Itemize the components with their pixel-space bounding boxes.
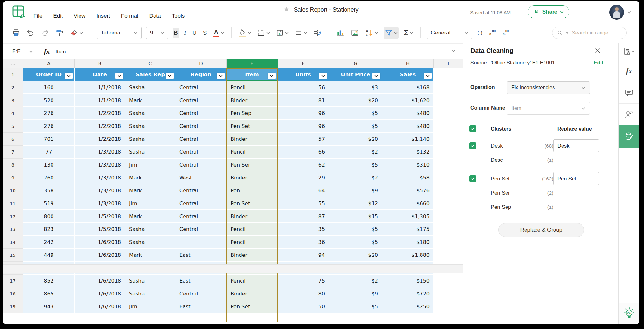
- cell[interactable]: Central: [175, 184, 227, 197]
- cell[interactable]: 66: [278, 146, 329, 159]
- cell[interactable]: $720: [382, 287, 434, 300]
- cell[interactable]: $310: [382, 159, 434, 171]
- cell[interactable]: $480: [382, 107, 434, 120]
- cell[interactable]: $1,620: [382, 94, 434, 107]
- cell[interactable]: $480: [382, 120, 434, 133]
- cell[interactable]: $1,305: [382, 210, 434, 223]
- replace-value-input[interactable]: [553, 139, 599, 152]
- cell[interactable]: [434, 81, 463, 94]
- search-input[interactable]: [571, 30, 621, 36]
- cell[interactable]: [434, 171, 463, 184]
- header-cell-date[interactable]: Date: [75, 68, 125, 81]
- row-header-6[interactable]: 6: [3, 133, 23, 146]
- row-header-12[interactable]: 12: [3, 210, 23, 223]
- comma-format-button[interactable]: (,): [477, 28, 483, 37]
- cell[interactable]: 1/3/2018: [75, 159, 125, 171]
- search-box[interactable]: [552, 27, 627, 39]
- cell[interactable]: 242: [23, 236, 75, 249]
- formula-bar-collapse-icon[interactable]: [451, 49, 456, 52]
- cell[interactable]: $5: [329, 120, 382, 133]
- print-button[interactable]: [11, 27, 21, 39]
- cell[interactable]: $5: [329, 300, 382, 313]
- cell[interactable]: 1/6/2018: [75, 300, 125, 313]
- row-header-4[interactable]: 4: [3, 107, 23, 120]
- cell[interactable]: Pen Ser: [227, 159, 278, 171]
- menu-view[interactable]: View: [74, 13, 86, 19]
- cell[interactable]: 1/3/2018: [75, 197, 125, 210]
- cell[interactable]: Mark: [125, 94, 175, 107]
- cell[interactable]: 276: [23, 107, 75, 120]
- cell[interactable]: Pencil: [227, 223, 278, 236]
- cell[interactable]: $1,140: [382, 133, 434, 146]
- cell[interactable]: 75: [278, 275, 329, 287]
- cell[interactable]: Sasha: [125, 287, 175, 300]
- cell[interactable]: 1/1/2018: [75, 94, 125, 107]
- cell[interactable]: 1/6/2018: [75, 249, 125, 262]
- notes-tab[interactable]: [619, 82, 639, 104]
- cell[interactable]: 1/6/2018: [75, 275, 125, 287]
- column-header-B[interactable]: B: [75, 59, 125, 68]
- cell[interactable]: [434, 159, 463, 171]
- cell[interactable]: Sasha: [125, 120, 175, 133]
- cell[interactable]: $168: [382, 81, 434, 94]
- cell[interactable]: [434, 249, 463, 262]
- fill-color-button[interactable]: [238, 27, 252, 39]
- cell[interactable]: 55: [278, 197, 329, 210]
- cell[interactable]: [434, 223, 463, 236]
- cell[interactable]: 519: [23, 197, 75, 210]
- column-header-C[interactable]: C: [125, 59, 175, 68]
- cell[interactable]: Binder: [227, 287, 278, 300]
- number-format-select[interactable]: General: [427, 27, 472, 39]
- filter-button[interactable]: [384, 27, 399, 39]
- cell[interactable]: Pen Set: [227, 197, 278, 210]
- cell[interactable]: $2: [329, 171, 382, 184]
- cell[interactable]: $2: [329, 146, 382, 159]
- cell[interactable]: Jim: [125, 197, 175, 210]
- cell[interactable]: 1/3/2018: [75, 184, 125, 197]
- cell[interactable]: Central: [175, 159, 227, 171]
- wrap-text-button[interactable]: [312, 27, 323, 39]
- row-header-10[interactable]: 10: [3, 184, 23, 197]
- cell[interactable]: Sasha: [125, 236, 175, 249]
- undo-button[interactable]: [25, 27, 36, 39]
- cell[interactable]: Pencil: [227, 81, 278, 94]
- horizontal-scrollbar[interactable]: [3, 264, 463, 273]
- row-header-5[interactable]: 5: [3, 120, 23, 133]
- cell[interactable]: $660: [382, 197, 434, 210]
- cell[interactable]: 1/6/2018: [75, 287, 125, 300]
- cell[interactable]: 1/1/2018: [75, 81, 125, 94]
- cell[interactable]: 1/2/2018: [75, 133, 125, 146]
- cell[interactable]: 1/5/2018: [75, 223, 125, 236]
- cell[interactable]: Sasha: [125, 133, 175, 146]
- cell[interactable]: $9: [329, 184, 382, 197]
- cell[interactable]: $12: [329, 197, 382, 210]
- redo-button[interactable]: [40, 27, 50, 39]
- cell[interactable]: Mark: [125, 210, 175, 223]
- cell[interactable]: $5: [329, 107, 382, 120]
- menu-insert[interactable]: Insert: [96, 13, 110, 19]
- row-header-14[interactable]: 14: [3, 236, 23, 249]
- cell[interactable]: Pen: [227, 184, 278, 197]
- cell[interactable]: [434, 236, 463, 249]
- header-cell-item[interactable]: Item: [227, 68, 278, 81]
- cell[interactable]: Binder: [227, 210, 278, 223]
- cell[interactable]: Central: [175, 133, 227, 146]
- column-name-select[interactable]: Item: [507, 102, 590, 115]
- cell[interactable]: 80: [278, 287, 329, 300]
- insert-image-button[interactable]: [350, 27, 360, 39]
- cell[interactable]: Central: [175, 81, 227, 94]
- cell[interactable]: $58: [382, 171, 434, 184]
- header-cell-units[interactable]: Units: [278, 68, 329, 81]
- cell[interactable]: [434, 146, 463, 159]
- column-header-H[interactable]: H: [382, 59, 434, 68]
- cell[interactable]: [434, 120, 463, 133]
- cell[interactable]: 29: [278, 171, 329, 184]
- cell[interactable]: Pen Sep: [227, 107, 278, 120]
- sort-button[interactable]: A Z: [364, 27, 379, 39]
- cell[interactable]: 943: [23, 300, 75, 313]
- cell[interactable]: Central: [175, 146, 227, 159]
- filter-dropdown-button[interactable]: [319, 73, 327, 79]
- functions-tab[interactable]: fx: [619, 60, 639, 82]
- menu-format[interactable]: Format: [121, 13, 138, 19]
- cell[interactable]: East: [175, 275, 227, 287]
